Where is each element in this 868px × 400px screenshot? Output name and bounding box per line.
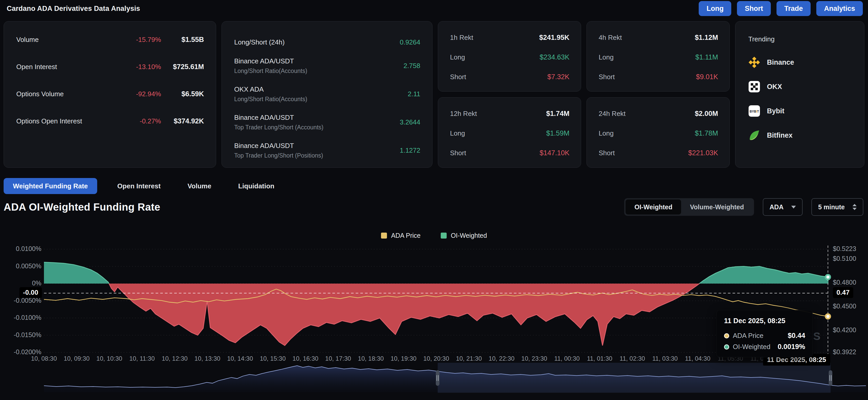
left-axis-tick: 0%: [32, 280, 41, 287]
exchange-row-binance[interactable]: Binance: [748, 56, 854, 68]
pair-select[interactable]: ADA: [763, 198, 803, 216]
stat-row-volume: Volume -15.79% $1.55B: [16, 34, 204, 45]
rekt-short-label: Short: [599, 73, 696, 81]
chart-tabs: Weighted Funding Rate Open Interest Volu…: [4, 178, 281, 194]
analytics-button[interactable]: Analytics: [816, 1, 863, 16]
page-title: Cardano ADA Derivatives Data Analysis: [7, 5, 140, 13]
toggle-oi-weighted[interactable]: OI-Weighted: [625, 199, 681, 215]
rekt-period-label: 4h Rekt: [599, 34, 695, 42]
current-price-badge: 0.47: [833, 287, 853, 298]
tooltip-row-oi-weighted: OI-Weighted 0.0019%: [724, 343, 805, 351]
ada-price-swatch: [381, 233, 387, 238]
rekt-short-label: Short: [450, 73, 547, 81]
rekt-long-value: $1.59M: [546, 130, 569, 137]
rekt-period-label: 24h Rekt: [599, 110, 695, 118]
navigator-selection[interactable]: [438, 363, 831, 393]
navigator-handle-right[interactable]: [829, 370, 832, 386]
left-axis-tick: -0.0200%: [14, 348, 41, 356]
ratio-value: 0.9264: [400, 38, 420, 46]
chart-section-head: ADA OI-Weighted Funding Rate OI-Weighted…: [4, 197, 863, 217]
toggle-volume-weighted[interactable]: Volume-Weighted: [681, 199, 753, 215]
rekt-total-value: $2.00M: [695, 110, 718, 118]
stat-change: -0.27%: [109, 117, 161, 125]
rekt-column-2: 4h Rekt $1.12M Long $1.11M Short $9.01K …: [587, 21, 730, 168]
ratio-row-okx-accounts: OKX ADA Long/Short Ratio(Accounts) 2.11: [234, 84, 420, 104]
ratio-value: 1.1272: [400, 146, 420, 154]
rekt-long-row: Long $1.78M: [599, 127, 718, 139]
legend-label: OI-Weighted: [451, 232, 487, 239]
rekt-short-label: Short: [599, 149, 688, 157]
tab-open-interest[interactable]: Open Interest: [111, 178, 167, 194]
funding-rate-chart-area: 0.0100%0.0050%0%-0.0050%-0.0100%-0.0150%…: [0, 240, 868, 400]
legend-item-oi-weighted[interactable]: OI-Weighted: [441, 232, 487, 239]
right-axis-tick: $0.3922: [833, 348, 856, 356]
left-axis-tick: -0.0100%: [14, 314, 41, 321]
chevron-down-icon: [791, 206, 796, 208]
stat-label: Options Volume: [16, 90, 109, 98]
ratio-subtitle: Top Trader Long/Short (Accounts): [234, 124, 400, 131]
right-axis-tick: $0.4800: [833, 279, 856, 286]
market-stats-card: Volume -15.79% $1.55B Open Interest -13.…: [4, 21, 216, 168]
rekt-long-value: $234.63K: [539, 53, 569, 61]
rekt-long-label: Long: [450, 53, 539, 61]
oi-weighted-swatch: [441, 233, 447, 238]
topbar-actions: Long Short Trade Analytics: [699, 1, 863, 16]
stat-label: Volume: [16, 36, 109, 44]
left-axis-tick: 0.0100%: [16, 245, 41, 253]
tab-weighted-funding-rate[interactable]: Weighted Funding Rate: [4, 178, 97, 194]
tab-volume[interactable]: Volume: [181, 178, 218, 194]
interval-select[interactable]: 5 minute: [811, 198, 863, 216]
oi-weighted-dot: [724, 344, 729, 349]
exchange-row-bitfinex[interactable]: Bitfinex: [748, 129, 854, 142]
okx-icon: [748, 81, 760, 93]
exchange-row-okx[interactable]: OKX: [748, 81, 854, 93]
ratio-title: Binance ADA/USDT: [234, 57, 403, 65]
chart-title: ADA OI-Weighted Funding Rate: [4, 201, 160, 213]
stat-value: $725.61M: [170, 63, 204, 71]
long-button[interactable]: Long: [699, 1, 731, 16]
pair-select-value: ADA: [770, 203, 783, 211]
rekt-long-value: $1.78M: [695, 130, 718, 137]
rekt-short-value: $147.10K: [539, 149, 569, 157]
ratio-value: 2.758: [403, 62, 420, 70]
rekt-short-label: Short: [450, 149, 539, 157]
tooltip-timestamp: 11 Dec 2025, 08:25: [724, 317, 805, 325]
ratio-value: 3.2644: [400, 118, 420, 126]
ratio-row-binance-top-accounts: Binance ADA/USDT Top Trader Long/Short (…: [234, 112, 420, 133]
derivatives-dashboard: Cardano ADA Derivatives Data Analysis Lo…: [0, 0, 868, 400]
ratio-title: OKX ADA: [234, 85, 408, 93]
rekt-period-label: 1h Rekt: [450, 34, 539, 42]
rekt-total-row: 4h Rekt $1.12M: [599, 32, 718, 43]
rekt-total-row: 24h Rekt $2.00M: [599, 108, 718, 119]
ratio-title: Long/Short (24h): [234, 38, 400, 46]
ratio-subtitle: Top Trader Long/Short (Positions): [234, 152, 400, 159]
rekt-long-row: Long $1.59M: [450, 127, 569, 139]
rekt-short-row: Short $7.32K: [450, 71, 569, 83]
rekt-card-12h: 12h Rekt $1.74M Long $1.59M Short $147.1…: [438, 97, 581, 168]
chart-legend: ADA Price OI-Weighted: [0, 232, 868, 239]
stat-row-options-open-interest: Options Open Interest -0.27% $374.92K: [16, 115, 204, 127]
oi-weighted-end-dot: [826, 275, 830, 280]
bitfinex-icon: [748, 130, 760, 141]
legend-label: ADA Price: [391, 232, 421, 239]
exchange-name: OKX: [767, 83, 782, 91]
stat-row-options-volume: Options Volume -92.94% $6.59K: [16, 88, 204, 99]
rekt-short-value: $221.03K: [688, 149, 718, 157]
ratio-row-binance-top-positions: Binance ADA/USDT Top Trader Long/Short (…: [234, 140, 420, 161]
right-axis-tick: $0.5100: [833, 255, 856, 262]
exchange-row-bybit[interactable]: BYBIT Bybit: [748, 105, 854, 117]
legend-item-ada-price[interactable]: ADA Price: [381, 232, 421, 239]
short-button[interactable]: Short: [737, 1, 771, 16]
tab-liquidation[interactable]: Liquidation: [231, 178, 281, 194]
trade-button[interactable]: Trade: [776, 1, 811, 16]
rekt-total-row: 12h Rekt $1.74M: [450, 108, 569, 119]
navigator-handle-left[interactable]: [436, 370, 439, 386]
ratio-subtitle: Long/Short Ratio(Accounts): [234, 67, 403, 75]
exchange-name: Bybit: [767, 107, 784, 115]
rekt-long-label: Long: [599, 53, 695, 61]
left-axis-tick: -0.0150%: [14, 331, 41, 339]
rekt-long-label: Long: [450, 130, 546, 137]
rekt-long-label: Long: [599, 130, 695, 137]
stat-value: $6.59K: [170, 90, 204, 98]
rekt-short-value: $9.01K: [696, 73, 718, 81]
